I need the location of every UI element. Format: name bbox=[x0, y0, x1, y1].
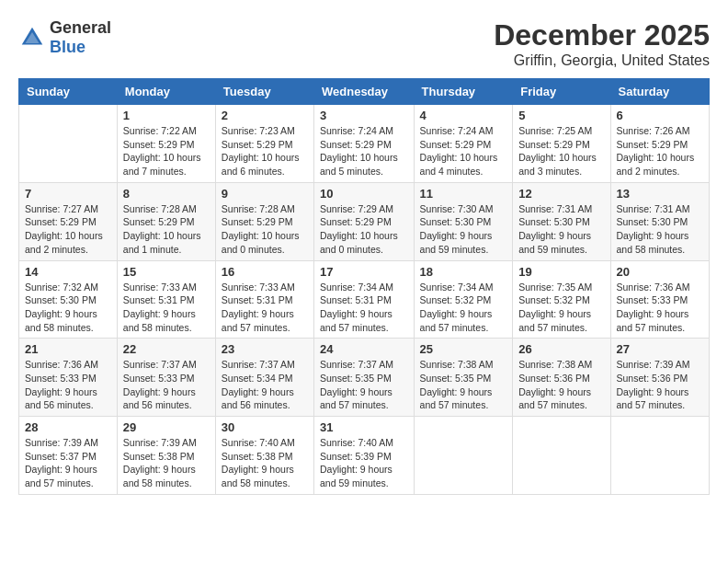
page-header: General Blue December 2025 Griffin, Geor… bbox=[18, 18, 710, 69]
cell-day-number: 24 bbox=[320, 342, 408, 356]
col-header-tuesday: Tuesday bbox=[215, 79, 313, 105]
calendar-row: 1Sunrise: 7:22 AM Sunset: 5:29 PM Daylig… bbox=[19, 105, 710, 183]
calendar-cell: 31Sunrise: 7:40 AM Sunset: 5:39 PM Dayli… bbox=[314, 417, 415, 495]
calendar-cell: 29Sunrise: 7:39 AM Sunset: 5:38 PM Dayli… bbox=[117, 417, 215, 495]
cell-day-number: 7 bbox=[25, 187, 111, 201]
cell-day-number: 25 bbox=[420, 342, 507, 356]
calendar-cell: 22Sunrise: 7:37 AM Sunset: 5:33 PM Dayli… bbox=[117, 339, 215, 417]
cell-info: Sunrise: 7:38 AM Sunset: 5:35 PM Dayligh… bbox=[420, 358, 507, 412]
calendar-cell: 4Sunrise: 7:24 AM Sunset: 5:29 PM Daylig… bbox=[414, 105, 513, 183]
calendar-cell: 25Sunrise: 7:38 AM Sunset: 5:35 PM Dayli… bbox=[414, 339, 513, 417]
calendar-cell: 15Sunrise: 7:33 AM Sunset: 5:31 PM Dayli… bbox=[117, 260, 215, 339]
calendar-cell: 26Sunrise: 7:38 AM Sunset: 5:36 PM Dayli… bbox=[513, 339, 610, 417]
calendar-cell: 28Sunrise: 7:39 AM Sunset: 5:37 PM Dayli… bbox=[19, 417, 118, 495]
calendar-cell: 10Sunrise: 7:29 AM Sunset: 5:29 PM Dayli… bbox=[314, 182, 415, 260]
calendar-cell: 13Sunrise: 7:31 AM Sunset: 5:30 PM Dayli… bbox=[610, 182, 709, 260]
cell-info: Sunrise: 7:24 AM Sunset: 5:29 PM Dayligh… bbox=[420, 124, 507, 178]
calendar-cell: 24Sunrise: 7:37 AM Sunset: 5:35 PM Dayli… bbox=[314, 339, 415, 417]
calendar-cell: 11Sunrise: 7:30 AM Sunset: 5:30 PM Dayli… bbox=[414, 182, 513, 260]
cell-info: Sunrise: 7:26 AM Sunset: 5:29 PM Dayligh… bbox=[617, 124, 703, 178]
cell-info: Sunrise: 7:31 AM Sunset: 5:30 PM Dayligh… bbox=[518, 202, 604, 257]
cell-info: Sunrise: 7:40 AM Sunset: 5:38 PM Dayligh… bbox=[222, 436, 308, 490]
cell-day-number: 1 bbox=[123, 109, 210, 122]
cell-info: Sunrise: 7:34 AM Sunset: 5:32 PM Dayligh… bbox=[420, 281, 507, 335]
cell-day-number: 11 bbox=[420, 187, 507, 201]
cell-info: Sunrise: 7:36 AM Sunset: 5:33 PM Dayligh… bbox=[617, 281, 703, 335]
calendar-cell: 12Sunrise: 7:31 AM Sunset: 5:30 PM Dayli… bbox=[513, 182, 610, 260]
cell-day-number: 8 bbox=[123, 187, 210, 201]
cell-info: Sunrise: 7:35 AM Sunset: 5:32 PM Dayligh… bbox=[518, 281, 604, 335]
cell-info: Sunrise: 7:33 AM Sunset: 5:31 PM Dayligh… bbox=[123, 281, 210, 335]
cell-day-number: 15 bbox=[123, 265, 210, 279]
cell-day-number: 2 bbox=[222, 109, 308, 122]
cell-day-number: 29 bbox=[123, 420, 210, 434]
calendar-cell: 17Sunrise: 7:34 AM Sunset: 5:31 PM Dayli… bbox=[314, 260, 415, 339]
calendar-row: 7Sunrise: 7:27 AM Sunset: 5:29 PM Daylig… bbox=[19, 182, 710, 260]
cell-info: Sunrise: 7:32 AM Sunset: 5:30 PM Dayligh… bbox=[25, 281, 111, 335]
cell-info: Sunrise: 7:24 AM Sunset: 5:29 PM Dayligh… bbox=[320, 124, 408, 178]
cell-day-number: 31 bbox=[320, 420, 408, 434]
col-header-monday: Monday bbox=[117, 79, 215, 105]
calendar-cell: 9Sunrise: 7:28 AM Sunset: 5:29 PM Daylig… bbox=[215, 182, 313, 260]
cell-day-number: 28 bbox=[25, 420, 111, 434]
cell-info: Sunrise: 7:30 AM Sunset: 5:30 PM Dayligh… bbox=[420, 202, 507, 257]
calendar-cell: 2Sunrise: 7:23 AM Sunset: 5:29 PM Daylig… bbox=[215, 105, 313, 183]
calendar-table: SundayMondayTuesdayWednesdayThursdayFrid… bbox=[18, 78, 710, 495]
cell-day-number: 12 bbox=[518, 187, 604, 201]
cell-info: Sunrise: 7:39 AM Sunset: 5:37 PM Dayligh… bbox=[25, 436, 111, 490]
location: Griffin, Georgia, United States bbox=[494, 52, 710, 69]
cell-day-number: 13 bbox=[617, 187, 703, 201]
logo-text-general: General bbox=[50, 18, 111, 37]
month-title: December 2025 bbox=[494, 18, 710, 52]
calendar-cell: 18Sunrise: 7:34 AM Sunset: 5:32 PM Dayli… bbox=[414, 260, 513, 339]
calendar-cell: 7Sunrise: 7:27 AM Sunset: 5:29 PM Daylig… bbox=[19, 182, 118, 260]
cell-day-number: 18 bbox=[420, 265, 507, 279]
cell-info: Sunrise: 7:37 AM Sunset: 5:33 PM Dayligh… bbox=[123, 358, 210, 412]
calendar-cell bbox=[513, 417, 610, 495]
cell-day-number: 17 bbox=[320, 265, 408, 279]
cell-info: Sunrise: 7:28 AM Sunset: 5:29 PM Dayligh… bbox=[222, 202, 308, 257]
cell-day-number: 19 bbox=[518, 265, 604, 279]
col-header-saturday: Saturday bbox=[610, 79, 709, 105]
cell-info: Sunrise: 7:29 AM Sunset: 5:29 PM Dayligh… bbox=[320, 202, 408, 257]
cell-day-number: 14 bbox=[25, 265, 111, 279]
calendar-cell: 19Sunrise: 7:35 AM Sunset: 5:32 PM Dayli… bbox=[513, 260, 610, 339]
cell-info: Sunrise: 7:36 AM Sunset: 5:33 PM Dayligh… bbox=[25, 358, 111, 412]
calendar-row: 14Sunrise: 7:32 AM Sunset: 5:30 PM Dayli… bbox=[19, 260, 710, 339]
cell-day-number: 4 bbox=[420, 109, 507, 122]
cell-day-number: 26 bbox=[518, 342, 604, 356]
calendar-row: 28Sunrise: 7:39 AM Sunset: 5:37 PM Dayli… bbox=[19, 417, 710, 495]
cell-info: Sunrise: 7:34 AM Sunset: 5:31 PM Dayligh… bbox=[320, 281, 408, 335]
cell-info: Sunrise: 7:22 AM Sunset: 5:29 PM Dayligh… bbox=[123, 124, 210, 178]
calendar-cell bbox=[19, 105, 118, 183]
cell-info: Sunrise: 7:39 AM Sunset: 5:36 PM Dayligh… bbox=[617, 358, 703, 412]
cell-info: Sunrise: 7:27 AM Sunset: 5:29 PM Dayligh… bbox=[25, 202, 111, 257]
cell-day-number: 9 bbox=[222, 187, 308, 201]
calendar-cell: 23Sunrise: 7:37 AM Sunset: 5:34 PM Dayli… bbox=[215, 339, 313, 417]
cell-info: Sunrise: 7:37 AM Sunset: 5:35 PM Dayligh… bbox=[320, 358, 408, 412]
cell-day-number: 10 bbox=[320, 187, 408, 201]
cell-day-number: 16 bbox=[222, 265, 308, 279]
calendar-cell: 3Sunrise: 7:24 AM Sunset: 5:29 PM Daylig… bbox=[314, 105, 415, 183]
col-header-thursday: Thursday bbox=[414, 79, 513, 105]
calendar-cell bbox=[414, 417, 513, 495]
cell-info: Sunrise: 7:28 AM Sunset: 5:29 PM Dayligh… bbox=[123, 202, 210, 257]
calendar-cell: 14Sunrise: 7:32 AM Sunset: 5:30 PM Dayli… bbox=[19, 260, 118, 339]
cell-info: Sunrise: 7:39 AM Sunset: 5:38 PM Dayligh… bbox=[123, 436, 210, 490]
calendar-cell: 16Sunrise: 7:33 AM Sunset: 5:31 PM Dayli… bbox=[215, 260, 313, 339]
cell-day-number: 30 bbox=[222, 420, 308, 434]
cell-day-number: 27 bbox=[617, 342, 703, 356]
calendar-cell: 30Sunrise: 7:40 AM Sunset: 5:38 PM Dayli… bbox=[215, 417, 313, 495]
cell-info: Sunrise: 7:37 AM Sunset: 5:34 PM Dayligh… bbox=[222, 358, 308, 412]
cell-day-number: 20 bbox=[617, 265, 703, 279]
calendar-cell bbox=[610, 417, 709, 495]
calendar-cell: 8Sunrise: 7:28 AM Sunset: 5:29 PM Daylig… bbox=[117, 182, 215, 260]
cell-day-number: 23 bbox=[222, 342, 308, 356]
title-area: December 2025 Griffin, Georgia, United S… bbox=[494, 18, 710, 69]
cell-day-number: 22 bbox=[123, 342, 210, 356]
calendar-row: 21Sunrise: 7:36 AM Sunset: 5:33 PM Dayli… bbox=[19, 339, 710, 417]
cell-info: Sunrise: 7:31 AM Sunset: 5:30 PM Dayligh… bbox=[617, 202, 703, 257]
calendar-header-row: SundayMondayTuesdayWednesdayThursdayFrid… bbox=[19, 79, 710, 105]
cell-day-number: 6 bbox=[617, 109, 703, 122]
cell-info: Sunrise: 7:33 AM Sunset: 5:31 PM Dayligh… bbox=[222, 281, 308, 335]
